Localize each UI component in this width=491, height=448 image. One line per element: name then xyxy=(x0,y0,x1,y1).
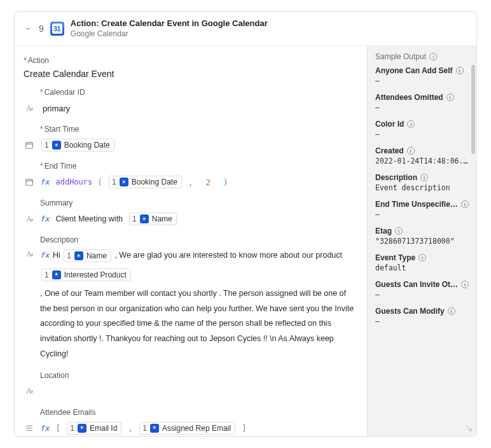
list-type-icon xyxy=(24,423,35,434)
chip-app-icon xyxy=(78,424,86,433)
booking-date-chip[interactable]: 1Booking Date xyxy=(109,176,182,188)
date-type-icon xyxy=(24,139,35,151)
action-card: 9 31 Action: Create Calendar Event in Go… xyxy=(14,11,477,437)
sample-output-key: Guests Can Invite Ot… i xyxy=(375,280,469,289)
info-icon[interactable]: i xyxy=(407,120,415,128)
svg-rect-0 xyxy=(26,143,33,148)
calendar-id-label: *Calendar ID xyxy=(40,88,358,97)
sample-output-key: Created i xyxy=(375,146,469,155)
calendar-id-input[interactable]: Aa primary xyxy=(24,101,358,116)
info-icon[interactable]: i xyxy=(420,174,428,181)
google-calendar-icon: 31 xyxy=(50,22,64,36)
sample-output-item: Anyone Can Add Self i– xyxy=(375,66,469,85)
end-time-label: *End Time xyxy=(40,162,358,171)
attendee-emails-label: Attendee Emails xyxy=(40,408,358,417)
fx-icon: fx xyxy=(40,251,49,260)
sample-output-value: – xyxy=(375,317,469,326)
sample-output-item: Description iEvent description xyxy=(375,173,469,192)
text-type-icon: Aa xyxy=(24,248,35,260)
email-id-chip[interactable]: 1Email Id xyxy=(67,422,121,435)
sample-output-item: Color Id i– xyxy=(375,120,469,139)
start-time-label: *Start Time xyxy=(40,125,358,134)
info-icon[interactable]: i xyxy=(418,254,426,262)
location-input[interactable]: Aa xyxy=(24,384,358,399)
info-icon[interactable]: i xyxy=(395,227,403,235)
fx-icon: fx xyxy=(40,178,49,186)
sample-output-value: – xyxy=(375,130,469,139)
description-input[interactable]: Aa fx Hi 1Name , We are glad you are int… xyxy=(24,248,358,361)
chip-app-icon xyxy=(52,270,61,279)
info-icon[interactable]: i xyxy=(407,147,415,155)
sample-output-value: – xyxy=(375,76,469,85)
sample-output-key: Description i xyxy=(375,173,469,182)
sample-output-title: Sample Output i xyxy=(375,52,469,61)
name-chip[interactable]: 1Name xyxy=(129,213,177,225)
info-icon[interactable]: i xyxy=(448,307,455,315)
info-icon[interactable]: i xyxy=(461,200,469,208)
scrollbar[interactable] xyxy=(471,65,475,154)
assigned-rep-email-chip[interactable]: 1Assigned Rep Email xyxy=(139,422,235,435)
end-time-input[interactable]: fx addHours( 1Booking Date , 2 ) xyxy=(24,174,358,190)
info-icon[interactable]: i xyxy=(456,67,464,74)
summary-label: Summary xyxy=(40,199,358,207)
action-label: *Action xyxy=(24,56,358,65)
fx-icon: fx xyxy=(40,424,49,433)
chip-app-icon xyxy=(150,424,159,433)
description-label: Description xyxy=(40,235,358,244)
sample-output-key: Anyone Can Add Self i xyxy=(375,66,469,75)
name-chip[interactable]: 1Name xyxy=(64,249,111,262)
sample-output-value: 2022-01-24T14:48:06.00… xyxy=(375,157,469,165)
start-time-input[interactable]: 1Booking Date xyxy=(24,137,358,153)
sample-output-value: – xyxy=(375,210,469,219)
info-icon[interactable]: i xyxy=(446,94,454,101)
svg-rect-2 xyxy=(26,179,33,185)
sample-output-value: – xyxy=(375,103,469,112)
sample-output-item: Attendees Omitted i– xyxy=(375,93,469,112)
sample-output-item: Created i2022-01-24T14:48:06.00… xyxy=(375,146,469,165)
chip-app-icon xyxy=(140,214,149,223)
step-number: 9 xyxy=(39,24,44,34)
text-type-icon: Aa xyxy=(24,213,35,225)
sample-output-item: Event Type idefault xyxy=(375,253,469,272)
card-header: 9 31 Action: Create Calendar Event in Go… xyxy=(15,12,476,46)
booking-date-chip[interactable]: 1Booking Date xyxy=(41,139,114,151)
attendee-emails-input[interactable]: fx [ 1Email Id , 1Assigned Rep Email ] xyxy=(24,421,358,436)
text-type-icon: Aa xyxy=(24,386,35,397)
card-subtitle: Google Calendar xyxy=(71,29,268,39)
sample-output-value: – xyxy=(375,290,469,299)
sample-output-value: Event description xyxy=(375,183,469,192)
info-icon[interactable]: i xyxy=(461,281,469,288)
sample-output-key: Guests Can Modify i xyxy=(375,307,469,316)
sample-output-item: End Time Unspecifie… i– xyxy=(375,200,469,219)
sample-output-key: Attendees Omitted i xyxy=(375,93,469,102)
addhours-fn: addHours xyxy=(55,178,92,186)
sample-output-item: Etag i"3286071373718000" xyxy=(375,227,469,246)
card-title: Action: Create Calendar Event in Google … xyxy=(71,18,268,29)
action-value[interactable]: Create Calendar Event xyxy=(24,69,358,79)
interested-product-chip[interactable]: 1Interested Product xyxy=(41,269,131,281)
sample-output-item: Guests Can Modify i– xyxy=(375,307,469,326)
sample-output-key: Event Type i xyxy=(375,253,469,262)
sample-output-value: default xyxy=(375,263,469,272)
chip-app-icon xyxy=(52,141,61,150)
sample-output-key: Color Id i xyxy=(375,120,469,129)
form-panel: *Action Create Calendar Event *Calendar … xyxy=(15,46,367,436)
text-type-icon: Aa xyxy=(24,102,35,114)
sample-output-key: Etag i xyxy=(375,227,469,235)
chip-app-icon xyxy=(74,251,83,260)
summary-input[interactable]: Aa fx Client Meeting with 1Name xyxy=(24,211,358,227)
location-label: Location xyxy=(40,371,358,380)
date-type-icon xyxy=(24,176,35,188)
sample-output-value: "3286071373718000" xyxy=(375,237,469,246)
sample-output-panel: Sample Output i Anyone Can Add Self i–At… xyxy=(367,46,476,436)
info-icon[interactable]: i xyxy=(429,53,437,60)
sample-output-item: Guests Can Invite Ot… i– xyxy=(375,280,469,299)
chip-app-icon xyxy=(120,178,128,186)
sample-output-key: End Time Unspecifie… i xyxy=(375,200,469,209)
resize-handle-icon[interactable] xyxy=(465,424,473,432)
fx-icon: fx xyxy=(40,214,49,223)
collapse-chevron-icon[interactable] xyxy=(24,24,32,33)
